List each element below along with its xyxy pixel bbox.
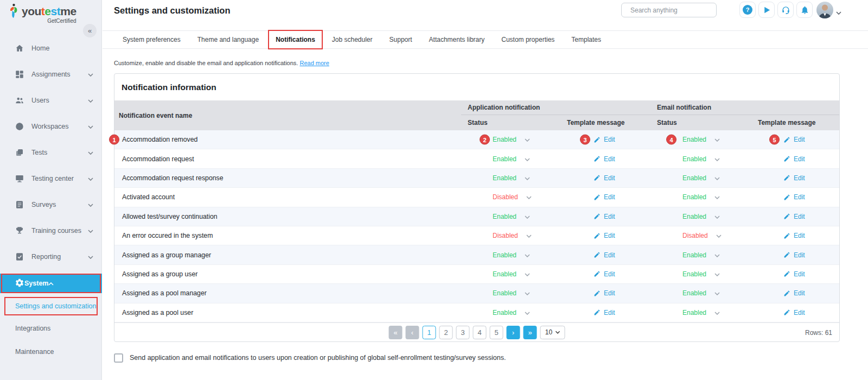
app-template-edit-button[interactable]: Edit bbox=[559, 188, 648, 206]
email-status-dropdown[interactable]: Enabled bbox=[648, 245, 749, 264]
sidebar-item-testing-center[interactable]: Testing center bbox=[0, 166, 102, 192]
play-icon bbox=[762, 5, 771, 15]
pagination-prev-button[interactable]: ‹ bbox=[406, 326, 419, 339]
email-template-edit-button[interactable]: Edit bbox=[749, 303, 839, 322]
app-status-dropdown[interactable]: Disabled bbox=[461, 188, 559, 206]
email-template-edit-button[interactable]: Edit bbox=[749, 149, 839, 168]
page-size-select[interactable]: 10 bbox=[540, 326, 565, 339]
sidebar-item-workspaces[interactable]: Workspaces bbox=[0, 113, 102, 140]
notification-event-name: 1 Accommodation removed bbox=[114, 130, 461, 149]
email-template-edit-button[interactable]: 5 Edit bbox=[749, 130, 839, 149]
search-input[interactable] bbox=[630, 7, 714, 14]
annotation-badge-5: 5 bbox=[769, 135, 780, 145]
assignments-icon bbox=[15, 69, 24, 79]
self-enrollment-notifications-checkbox[interactable] bbox=[114, 353, 123, 363]
tab-attachments-library[interactable]: Attachments library bbox=[429, 36, 485, 43]
table-row: Assigned as a group user Enabled Edit En… bbox=[114, 265, 839, 284]
annotation-badge-3: 3 bbox=[580, 135, 590, 145]
pencil-icon bbox=[593, 290, 601, 297]
help-button[interactable]: ? bbox=[739, 2, 756, 18]
app-status-dropdown[interactable]: 2 Enabled bbox=[461, 130, 559, 149]
tab-templates[interactable]: Templates bbox=[571, 36, 601, 43]
users-icon bbox=[15, 96, 24, 105]
sidebar-item-integrations[interactable]: Integrations bbox=[0, 320, 102, 337]
sidebar-item-maintenance[interactable]: Maintenance bbox=[0, 343, 102, 360]
chevron-down-icon bbox=[714, 174, 720, 182]
pagination-next-button[interactable]: › bbox=[507, 326, 520, 339]
sidebar-item-reporting[interactable]: Reporting bbox=[0, 244, 102, 270]
chevron-down-icon bbox=[88, 71, 93, 78]
app-template-edit-button[interactable]: Edit bbox=[559, 303, 648, 322]
read-more-link[interactable]: Read more bbox=[299, 60, 329, 66]
pagination-first-button[interactable]: « bbox=[389, 326, 403, 339]
video-tutorials-button[interactable] bbox=[758, 2, 775, 18]
gear-icon bbox=[15, 278, 24, 289]
app-status-dropdown[interactable]: Enabled bbox=[461, 284, 559, 302]
sidebar-item-system[interactable]: System bbox=[0, 274, 102, 293]
notification-information-panel: Notification information Notification ev… bbox=[114, 73, 840, 342]
sidebar-item-users[interactable]: Users bbox=[0, 87, 102, 113]
email-status-dropdown[interactable]: Disabled bbox=[648, 226, 749, 245]
sidebar-item-home[interactable]: Home bbox=[0, 35, 102, 61]
email-template-edit-button[interactable]: Edit bbox=[749, 188, 839, 206]
sidebar-item-settings-and-customization[interactable]: Settings and customization bbox=[0, 297, 102, 315]
app-template-edit-button[interactable]: Edit bbox=[559, 207, 648, 226]
sidebar-item-assignments[interactable]: Assignments bbox=[0, 61, 102, 87]
chevron-down-icon bbox=[525, 309, 530, 316]
app-template-edit-button[interactable]: Edit bbox=[559, 265, 648, 283]
pagination-last-button[interactable]: » bbox=[524, 326, 537, 339]
support-button[interactable] bbox=[777, 2, 794, 18]
pagination-page-3[interactable]: 3 bbox=[456, 326, 470, 339]
notification-event-name: Allowed test/survey continuation bbox=[114, 207, 461, 226]
column-header-event-name: Notification event name bbox=[114, 100, 461, 130]
email-status-dropdown[interactable]: Enabled bbox=[648, 207, 749, 226]
app-status-dropdown[interactable]: Enabled bbox=[461, 149, 559, 168]
sidebar-item-surveys[interactable]: Surveys bbox=[0, 192, 102, 218]
app-template-edit-button[interactable]: Edit bbox=[559, 149, 648, 168]
app-status-dropdown[interactable]: Enabled bbox=[461, 207, 559, 226]
tab-notifications[interactable]: Notifications bbox=[276, 36, 315, 43]
sidebar-item-tests[interactable]: Tests bbox=[0, 140, 102, 166]
email-template-edit-button[interactable]: Edit bbox=[749, 207, 839, 226]
email-template-edit-button[interactable]: Edit bbox=[749, 226, 839, 245]
tab-system-preferences[interactable]: System preferences bbox=[123, 36, 181, 43]
app-template-edit-button[interactable]: Edit bbox=[559, 226, 648, 245]
email-status-dropdown[interactable]: Enabled bbox=[648, 169, 749, 187]
pagination-page-4[interactable]: 4 bbox=[473, 326, 487, 339]
notification-event-name: Accommodation request response bbox=[114, 169, 461, 187]
notifications-button[interactable] bbox=[796, 2, 813, 18]
pagination-page-5[interactable]: 5 bbox=[490, 326, 503, 339]
app-status-dropdown[interactable]: Disabled bbox=[461, 226, 559, 245]
email-template-edit-button[interactable]: Edit bbox=[749, 265, 839, 283]
sidebar-item-training-courses[interactable]: Training courses bbox=[0, 218, 102, 244]
app-template-edit-button[interactable]: Edit bbox=[559, 169, 648, 187]
tab-theme-and-language[interactable]: Theme and language bbox=[197, 36, 259, 43]
pagination-page-1[interactable]: 1 bbox=[423, 326, 436, 339]
user-avatar[interactable] bbox=[816, 2, 833, 18]
tab-custom-properties[interactable]: Custom properties bbox=[501, 36, 554, 43]
app-template-edit-button[interactable]: 3 Edit bbox=[559, 130, 648, 149]
email-status-dropdown[interactable]: 4 Enabled bbox=[648, 130, 749, 149]
app-status-dropdown[interactable]: Enabled bbox=[461, 265, 559, 283]
table-footer: « ‹ 1 2 3 4 5 › » 10 Rows: 61 bbox=[114, 322, 839, 341]
app-status-dropdown[interactable]: Enabled bbox=[461, 303, 559, 322]
email-status-dropdown[interactable]: Enabled bbox=[648, 284, 749, 302]
tab-support[interactable]: Support bbox=[390, 36, 412, 43]
email-template-edit-button[interactable]: Edit bbox=[749, 169, 839, 187]
avatar-chevron-down-icon[interactable] bbox=[836, 7, 841, 17]
global-search[interactable] bbox=[621, 3, 717, 17]
chevron-down-icon bbox=[88, 123, 93, 130]
email-template-edit-button[interactable]: Edit bbox=[749, 284, 839, 302]
app-template-edit-button[interactable]: Edit bbox=[559, 284, 648, 302]
email-status-dropdown[interactable]: Enabled bbox=[648, 188, 749, 206]
email-status-dropdown[interactable]: Enabled bbox=[648, 265, 749, 283]
tab-job-scheduler[interactable]: Job scheduler bbox=[332, 36, 373, 43]
email-status-dropdown[interactable]: Enabled bbox=[648, 149, 749, 168]
email-template-edit-button[interactable]: Edit bbox=[749, 245, 839, 264]
pagination-page-2[interactable]: 2 bbox=[439, 326, 453, 339]
workspaces-globe-icon bbox=[15, 122, 24, 131]
app-status-dropdown[interactable]: Enabled bbox=[461, 169, 559, 187]
email-status-dropdown[interactable]: Enabled bbox=[648, 303, 749, 322]
app-status-dropdown[interactable]: Enabled bbox=[461, 245, 559, 264]
app-template-edit-button[interactable]: Edit bbox=[559, 245, 648, 264]
